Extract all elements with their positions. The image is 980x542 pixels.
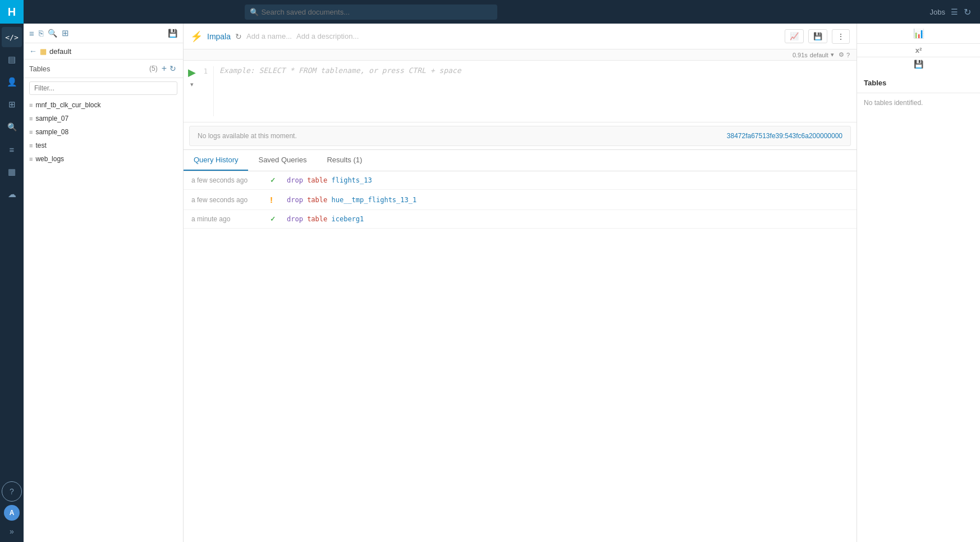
nav-item-code[interactable]: </> xyxy=(2,27,22,47)
top-bar: H 🔍 Jobs ☰ ↻ xyxy=(0,0,980,24)
engine-name: Impala xyxy=(207,32,231,41)
tab-results[interactable]: Results (1) xyxy=(317,150,372,171)
save-tables-icon[interactable]: 💾 xyxy=(168,29,177,38)
nav-item-cloud[interactable]: ☁ xyxy=(2,184,22,204)
nav-item-dashboard[interactable]: ▤ xyxy=(2,49,22,70)
table-icon-4: ≡ xyxy=(29,142,33,149)
history-row-2[interactable]: a few seconds ago ! drop table hue__tmp_… xyxy=(184,190,857,210)
right-panel-db-icon[interactable]: 💾 xyxy=(857,57,980,71)
db-icon: ▦ xyxy=(40,47,47,56)
line-numbers: 1 xyxy=(200,66,214,116)
table-item-5[interactable]: ≡ web_logs xyxy=(24,152,183,166)
nav-item-apps[interactable]: ⊞ xyxy=(2,94,22,115)
history-query-1: drop table flights_13 xyxy=(287,176,372,184)
table-name-5: web_logs xyxy=(35,155,64,163)
x2-icon: x² xyxy=(915,46,922,54)
save-button[interactable]: 💾 xyxy=(808,29,827,43)
user-avatar[interactable]: A xyxy=(4,505,20,521)
top-refresh-icon[interactable]: ↻ xyxy=(964,7,971,17)
top-bar-right: Jobs ☰ ↻ xyxy=(930,7,971,17)
tab-query-history[interactable]: Query History xyxy=(184,150,248,171)
tab-saved-queries[interactable]: Saved Queries xyxy=(248,150,317,171)
right-panel-primary-icon[interactable]: 📊 xyxy=(913,28,924,39)
nav-help[interactable]: ? xyxy=(2,481,22,502)
history-time-2: a few seconds ago xyxy=(191,196,264,204)
run-secondary[interactable]: ▾ xyxy=(190,81,194,88)
editor-refresh-icon[interactable]: ↻ xyxy=(235,32,242,41)
history-query-2: drop table hue__tmp_flights_13_1 xyxy=(287,196,416,204)
table-icon-1: ≡ xyxy=(29,102,33,108)
right-panel: 📊 x² 💾 Tables No tables identified. xyxy=(857,24,980,542)
nav-item-search[interactable]: 🔍 xyxy=(2,117,22,137)
table-item-1[interactable]: ≡ mnf_tb_clk_cur_block xyxy=(24,98,183,112)
storage-icon: 💾 xyxy=(914,60,923,69)
help-icon: ? xyxy=(10,487,14,496)
editor-area: ⚡ Impala ↻ Add a name... Add a descripti… xyxy=(184,24,857,542)
filter-input[interactable] xyxy=(29,81,177,95)
history-time-1: a few seconds ago xyxy=(191,176,264,184)
table-name-1: mnf_tb_clk_cur_block xyxy=(35,101,100,109)
nav-item-workflows[interactable]: ≡ xyxy=(2,139,22,160)
status-db[interactable]: default xyxy=(810,52,828,58)
tables-header: Tables (5) + ↻ xyxy=(24,60,183,78)
log-id-link[interactable]: 38472fa67513fe39:543fc6a200000000 xyxy=(727,132,842,140)
nav-sidebar: </> ▤ 👤 ⊞ 🔍 ≡ ▦ ☁ ? A » xyxy=(0,24,24,542)
table-name-3: sample_08 xyxy=(35,128,68,136)
tab-content: a few seconds ago ✓ drop table flights_1… xyxy=(184,171,857,542)
copy-icon[interactable]: ⎘ xyxy=(39,29,43,38)
jobs-link[interactable]: Jobs xyxy=(930,8,945,16)
user-icon: 👤 xyxy=(7,77,17,87)
exec-time: 0.91s xyxy=(793,52,808,58)
help-status-icon[interactable]: ? xyxy=(846,52,850,58)
table-item-4[interactable]: ≡ test xyxy=(24,139,183,152)
search-input[interactable] xyxy=(245,4,497,20)
db-dropdown-icon[interactable]: ▾ xyxy=(831,51,834,58)
search-icon: 🔍 xyxy=(250,8,259,16)
table-list-icon[interactable]: ≡ xyxy=(29,29,34,38)
search-tables-icon[interactable]: 🔍 xyxy=(48,29,57,38)
history-row-1[interactable]: a few seconds ago ✓ drop table flights_1… xyxy=(184,171,857,190)
query-editor: ▶ ▾ 1 Example: SELECT * FROM tablename, … xyxy=(184,61,857,122)
history-query-3: drop table iceberg1 xyxy=(287,215,364,223)
logs-section: No logs available at this moment. 38472f… xyxy=(189,126,851,146)
history-time-3: a minute ago xyxy=(191,215,264,223)
table-item-2[interactable]: ≡ sample_07 xyxy=(24,112,183,125)
table-item-3[interactable]: ≡ sample_08 xyxy=(24,125,183,139)
chart-button[interactable]: 📈 xyxy=(785,29,804,43)
nav-expand[interactable]: » xyxy=(2,523,22,540)
status-bar: 0.91s default ▾ ⚙ ? xyxy=(184,49,857,61)
code-icon: </> xyxy=(5,33,18,42)
right-panel-top-icons: 📊 xyxy=(857,24,980,44)
apps-icon: ⊞ xyxy=(8,99,16,110)
avatar-letter: A xyxy=(10,509,15,517)
run-button[interactable]: ▶ xyxy=(188,66,196,79)
nav-item-user[interactable]: 👤 xyxy=(2,72,22,92)
grid-tables-icon[interactable]: ⊞ xyxy=(62,28,69,38)
breadcrumb-back-icon[interactable]: ← xyxy=(29,47,37,56)
status-icon-1: ✓ xyxy=(270,176,281,184)
tables-add-icon[interactable]: + xyxy=(160,63,168,74)
cloud-icon: ☁ xyxy=(8,189,16,199)
table-icon-2: ≡ xyxy=(29,115,33,122)
nav-item-grid[interactable]: ▦ xyxy=(2,162,22,182)
more-button[interactable]: ⋮ xyxy=(832,29,850,44)
table-list: ≡ mnf_tb_clk_cur_block ≡ sample_07 ≡ sam… xyxy=(24,98,183,542)
left-panel: ≡ ⎘ 🔍 ⊞ 💾 ← ▦ default Tables (5) + ↻ ≡ xyxy=(24,24,184,542)
editor-toolbar: ⚡ Impala ↻ Add a name... Add a descripti… xyxy=(184,24,857,49)
editor-name-placeholder[interactable]: Add a name... xyxy=(246,32,292,40)
tables-count: (5) xyxy=(149,65,158,72)
search-nav-icon: 🔍 xyxy=(7,122,17,131)
editor-content[interactable]: Example: SELECT * FROM tablename, or pre… xyxy=(214,66,857,116)
tables-title: Tables xyxy=(29,65,149,73)
editor-desc-placeholder[interactable]: Add a description... xyxy=(296,32,359,40)
history-row-3[interactable]: a minute ago ✓ drop table iceberg1 xyxy=(184,210,857,229)
table-name-2: sample_07 xyxy=(35,115,68,122)
status-icon-3: ✓ xyxy=(270,215,281,223)
right-panel-header: Tables xyxy=(857,73,980,93)
settings-icon[interactable]: ⚙ xyxy=(839,51,844,58)
run-controls: ▶ ▾ xyxy=(184,63,200,120)
right-panel-x2[interactable]: x² xyxy=(857,44,980,57)
left-toolbar: ≡ ⎘ 🔍 ⊞ 💾 xyxy=(24,24,183,43)
workflows-icon: ≡ xyxy=(10,145,15,154)
tables-refresh-icon[interactable]: ↻ xyxy=(168,63,177,74)
